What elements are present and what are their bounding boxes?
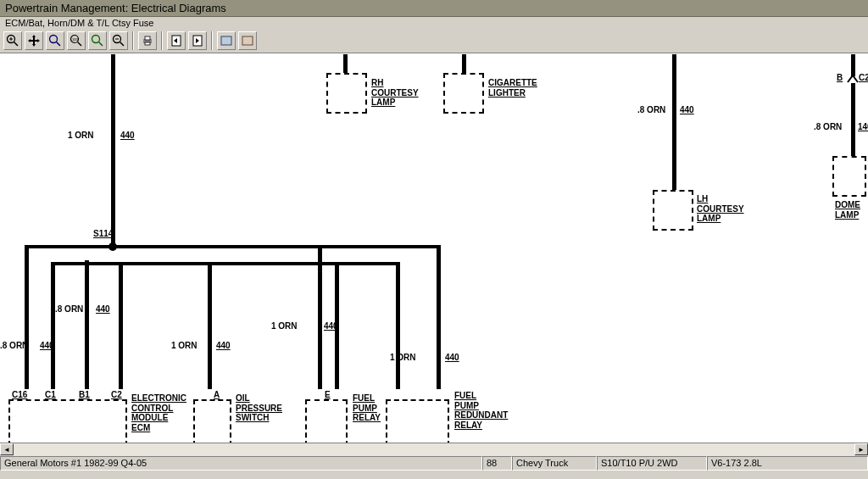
component-dome: DOME LAMP: [835, 200, 860, 220]
title-bar: Powertrain Management: Electrical Diagra…: [0, 0, 868, 17]
view-b-icon: [241, 34, 254, 47]
svg-line-8: [78, 42, 82, 47]
pin-b-label: B: [837, 73, 843, 83]
scroll-left-button[interactable]: ◄: [0, 443, 14, 455]
box-lhc: [653, 190, 693, 231]
component-ops: OIL PRESSURE SWITCH: [236, 393, 282, 423]
component-fpr: FUEL PUMP RELAY: [353, 393, 381, 423]
zoom-region-button[interactable]: [46, 31, 64, 50]
prev-page-button[interactable]: [167, 31, 186, 50]
splice-label: S114: [93, 229, 113, 239]
diagram-canvas[interactable]: 1 ORN 440 S114 .8 ORN 440 .8 ORN 440 1 O…: [0, 53, 868, 471]
wire-drop-c1: [51, 262, 55, 389]
view-1-button[interactable]: [217, 31, 236, 50]
status-db: General Motors #1 1982-99 Q4-05: [0, 456, 482, 471]
wire-drop-c2: [119, 262, 123, 389]
box-cig: [443, 73, 484, 114]
pin-label: C16: [12, 390, 27, 400]
wire-drop-f2: [437, 245, 441, 389]
wire-rhc: [343, 54, 348, 73]
component-fprr: FUEL PUMP REDUNDANT RELAY: [454, 391, 508, 430]
pin-label: A: [214, 390, 220, 400]
box-ecm: [8, 399, 127, 446]
scroll-track[interactable]: [14, 443, 854, 456]
svg-line-13: [120, 42, 125, 47]
page-prev-icon: [170, 34, 183, 47]
wire-circuit: 440: [96, 304, 110, 315]
svg-line-1: [14, 42, 19, 47]
wire-label: .8 ORN: [0, 341, 28, 351]
svg-rect-16: [145, 42, 150, 45]
connector-c260: C260: [859, 73, 868, 83]
wire-label: 1 ORN: [390, 353, 416, 363]
component-cig: CIGARETTE LIGHTER: [488, 78, 537, 97]
toolbar: 100: [0, 29, 868, 53]
wire-bus-mid: [51, 262, 398, 265]
wire-label: .8 ORN: [637, 105, 665, 115]
status-model: S10/T10 P/U 2WD: [597, 456, 707, 471]
wire-label: 1 ORN: [68, 131, 94, 141]
toolbar-separator: [132, 31, 134, 50]
svg-point-9: [92, 36, 100, 43]
magnifier-plus-icon: [6, 34, 19, 47]
wire-label: .8 ORN: [814, 122, 842, 132]
status-year: 88: [482, 456, 512, 471]
arrows-move-icon: [27, 34, 41, 47]
box-fprr: [386, 399, 449, 446]
status-engine: V6-173 2.8L: [707, 456, 868, 471]
wire-branch-c16: [25, 245, 29, 389]
svg-rect-19: [221, 36, 231, 45]
wire-circuit: 140: [858, 122, 868, 132]
pin-label: B1: [79, 390, 90, 400]
wire-bus-top: [25, 245, 439, 248]
next-page-button[interactable]: [188, 31, 207, 50]
component-rhc: RH COURTESY LAMP: [371, 78, 419, 108]
wire-circuit: 440: [680, 105, 694, 115]
component-lhc: LH COURTESY LAMP: [697, 194, 744, 224]
magnifier-minus-icon: [112, 34, 125, 47]
wire-label: 1 ORN: [271, 321, 298, 331]
svg-rect-20: [242, 36, 253, 45]
pin-label: C1: [45, 390, 56, 400]
diagram-subtitle: ECM/Bat, Horn/DM & T/L Ctsy Fuse: [0, 17, 868, 29]
svg-text:100: 100: [72, 37, 78, 42]
pin-label: E: [325, 390, 331, 400]
wire-drop-f1: [396, 262, 400, 389]
horizontal-scrollbar[interactable]: ◄ ►: [0, 443, 868, 456]
box-ops: [193, 399, 231, 446]
wire-circuit: 440: [40, 341, 54, 351]
svg-line-5: [57, 42, 61, 47]
wire-drop-b1: [85, 260, 89, 389]
view-a-icon: [220, 34, 233, 47]
wire-circuit: 440: [324, 321, 338, 331]
status-bar: General Motors #1 1982-99 Q4-05 88 Chevy…: [0, 456, 868, 471]
zoom-in-button[interactable]: [3, 31, 22, 50]
print-button[interactable]: [138, 31, 157, 50]
wire-lhc: [672, 54, 676, 190]
wire-main-feed: [111, 54, 115, 245]
wire-drop-a: [208, 262, 212, 389]
zoom-fit-button[interactable]: [88, 31, 107, 50]
wire-circuit: 440: [445, 353, 459, 363]
wire-label: .8 ORN: [55, 304, 83, 315]
component-ecm: ELECTRONIC CONTROL MODULE ECM: [131, 393, 186, 432]
svg-point-4: [50, 36, 58, 43]
pan-button[interactable]: [25, 31, 43, 50]
zoom-100-button[interactable]: 100: [67, 31, 86, 50]
wire-drop-e1: [318, 245, 322, 389]
wire-circuit: 440: [216, 341, 231, 351]
svg-line-10: [99, 42, 103, 47]
svg-rect-15: [145, 36, 150, 40]
wire-label: 1 ORN: [171, 341, 198, 351]
magnifier-100-icon: 100: [70, 34, 83, 47]
zoom-out-button[interactable]: [109, 31, 128, 50]
wire-circuit: 440: [120, 131, 135, 141]
box-rhc: [326, 73, 367, 114]
page-next-icon: [191, 34, 204, 47]
printer-icon: [141, 34, 154, 47]
view-2-button[interactable]: [238, 31, 257, 50]
scroll-right-button[interactable]: ►: [854, 443, 868, 455]
toolbar-separator: [161, 31, 163, 50]
status-make: Chevy Truck: [512, 456, 597, 471]
toolbar-separator: [211, 31, 213, 50]
